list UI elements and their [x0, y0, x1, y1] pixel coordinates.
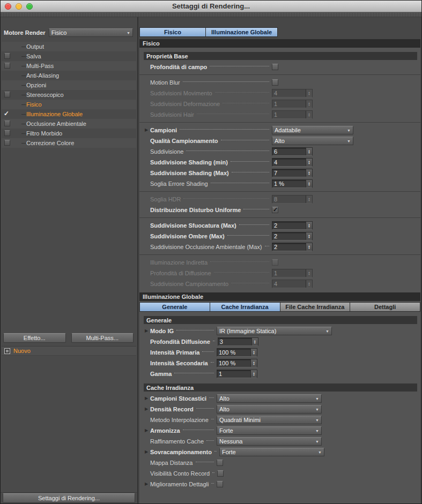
effect-button[interactable]: Effetto...	[3, 333, 66, 343]
stepper-arrows-icon[interactable]: ▲▼	[306, 148, 312, 155]
dropdown-raffinamento-cache[interactable]: Nessuna▼	[217, 437, 322, 446]
minimize-button[interactable]	[16, 3, 22, 10]
number-input[interactable]: 100 %▲▼	[217, 348, 257, 357]
zoom-button[interactable]	[26, 3, 33, 10]
dropdown-qualit-campionamento[interactable]: Alto▼	[272, 137, 353, 145]
number-input[interactable]: 2▲▼	[272, 221, 313, 230]
number-value: 1	[272, 111, 306, 118]
enable-checkbox[interactable]	[4, 92, 10, 97]
disclosure-triangle-icon[interactable]: ▶	[145, 428, 150, 433]
sidebar-item-label: Opzioni	[26, 82, 46, 88]
stepper-down-icon: ▼	[308, 93, 310, 95]
stepper-arrows-icon[interactable]: ▲▼	[306, 243, 312, 251]
stepper-arrows-icon: ▲▼	[306, 111, 312, 118]
stepper-arrows-icon[interactable]: ▲▼	[251, 338, 258, 345]
section-header-illuminazione-globale: Illuminazione Globale	[139, 292, 420, 301]
dropdown-campioni-stocastici[interactable]: Alto▼	[217, 394, 322, 403]
stepper-arrows-icon[interactable]: ▲▼	[306, 169, 312, 177]
group-header-cache-irradianza: Cache Irradianza	[144, 383, 417, 392]
sidebar-item-label: Filtro Morbido	[26, 130, 62, 137]
sidebar-item-salva[interactable]: Salva	[2, 51, 136, 61]
tab-dettagli[interactable]: Dettagli	[350, 302, 420, 312]
enable-checkbox[interactable]	[4, 121, 10, 126]
sidebar-item-correzione-colore[interactable]: Correzione Colore	[2, 138, 136, 148]
checkbox[interactable]	[217, 481, 223, 487]
sidebar-item-multi-pass[interactable]: Multi-Pass	[2, 61, 136, 71]
chevron-down-icon: ▼	[315, 418, 319, 422]
tab-cache-irradianza[interactable]: Cache Irradianza	[210, 302, 280, 312]
checkbox[interactable]	[272, 64, 278, 70]
sidebar-item-anti-aliasing[interactable]: Anti-Aliasing	[2, 71, 136, 80]
stepper-down-icon: ▼	[308, 199, 310, 201]
tab-generale[interactable]: Generale	[139, 302, 210, 312]
dotted-leader	[213, 341, 215, 341]
dropdown-sovracampionamento[interactable]: Forte▼	[219, 448, 324, 456]
number-input[interactable]: 1▲▼	[217, 370, 257, 378]
sidebar-item-output[interactable]: Output	[2, 42, 136, 51]
disclosure-triangle-icon[interactable]: ▶	[145, 127, 150, 133]
chevron-down-icon: ▼	[315, 408, 319, 411]
stepper-arrows-icon[interactable]: ▲▼	[306, 222, 312, 229]
sidebar-item-opzioni[interactable]: Opzioni	[2, 80, 136, 90]
sidebar-item-fisico[interactable]: Fisico	[2, 100, 136, 109]
close-button[interactable]	[5, 3, 11, 10]
dropdown-value: IR (Immagine Statica)	[219, 328, 324, 334]
number-input[interactable]: 100 %▲▼	[217, 359, 257, 367]
tab-file-cache-irradianza[interactable]: File Cache Irradianza	[280, 302, 351, 312]
sidebar-item-occlusione-ambientale[interactable]: Occlusione Ambientale	[2, 119, 136, 129]
number-input[interactable]: 2▲▼	[272, 232, 313, 240]
enable-checkbox[interactable]	[4, 53, 10, 59]
number-input[interactable]: 4▲▼	[272, 158, 313, 167]
control-cell	[217, 460, 416, 466]
sidebar-item-filtro-morbido[interactable]: Filtro Morbido	[2, 129, 136, 138]
disclosure-triangle-icon[interactable]: ▶	[145, 407, 150, 412]
number-input[interactable]: 3▲▼	[218, 337, 258, 346]
disclosure-triangle-icon[interactable]: ▶	[145, 482, 150, 487]
setting-row-visibilit-conto-record: Visibilità Conto Record	[139, 468, 420, 479]
enable-checkbox[interactable]	[4, 140, 10, 146]
number-value: 1 %	[272, 180, 306, 187]
tab-illuminazione-globale[interactable]: Illuminazione Globale	[206, 27, 278, 37]
number-input[interactable]: 2▲▼	[272, 243, 313, 251]
dropdown-value: Alto	[219, 406, 314, 412]
setting-label: Suddivisioni Movimento	[150, 90, 212, 96]
number-input[interactable]: 1 %▲▼	[272, 179, 313, 188]
sidebar-item-stereoscopico[interactable]: Stereoscopico	[2, 90, 136, 100]
multipass-button[interactable]: Multi-Pass...	[71, 333, 134, 343]
sidebar-item-illuminazione-globale[interactable]: ✓Illuminazione Globale	[2, 109, 136, 119]
toolbar-grip[interactable]	[1, 13, 421, 17]
stepper-arrows-icon[interactable]: ▲▼	[250, 349, 257, 356]
number-input[interactable]: 6▲▼	[272, 147, 313, 156]
checkbox[interactable]	[217, 470, 224, 477]
titlebar[interactable]: Settaggi di Rendering...	[1, 1, 421, 12]
render-settings-button[interactable]: Settaggi di Rendering...	[3, 493, 135, 503]
disclosure-triangle-icon[interactable]: ▶	[145, 449, 150, 455]
group-separator	[139, 74, 420, 75]
dropdown-metodo-interpolazione[interactable]: Quadrati Minimi▼	[217, 416, 322, 424]
dotted-leader	[243, 209, 269, 209]
disclosure-triangle-icon[interactable]: ▶	[145, 396, 150, 401]
stepper-arrows-icon[interactable]: ▲▼	[306, 232, 312, 240]
number-input[interactable]: 7▲▼	[272, 169, 313, 177]
stepper-arrows-icon[interactable]: ▲▼	[306, 159, 312, 166]
tab-fisico[interactable]: Fisico	[139, 27, 206, 37]
control-cell	[217, 481, 416, 487]
enable-checkbox[interactable]	[4, 63, 10, 69]
check-icon[interactable]: ✓	[4, 110, 9, 117]
engine-dropdown[interactable]: Fisico ▼	[49, 28, 133, 37]
dropdown-modo-ig[interactable]: IR (Immagine Statica)▼	[217, 327, 332, 335]
checkbox[interactable]	[217, 460, 223, 466]
stepper-arrows-icon[interactable]: ▲▼	[306, 180, 312, 187]
checkbox[interactable]	[272, 207, 278, 213]
stepper-arrows-icon[interactable]: ▲▼	[250, 359, 257, 367]
dropdown-armonizza[interactable]: Forte▼	[217, 426, 322, 435]
setting-row-soglia-hdr: Soglia HDR8▲▼	[139, 194, 420, 205]
disclosure-triangle-icon[interactable]: ▶	[145, 328, 150, 334]
stepper-arrows-icon[interactable]: ▲▼	[250, 370, 257, 378]
dropdown-campioni[interactable]: Adattabile▼	[272, 126, 353, 134]
preset-item-nuovo[interactable]: Nuovo	[2, 346, 136, 356]
checkbox[interactable]	[272, 79, 278, 86]
enable-checkbox[interactable]	[4, 130, 10, 136]
cache-rows: ▶Campioni StocasticiAlto▼▶Densità Record…	[139, 393, 420, 490]
dropdown-densit-record[interactable]: Alto▼	[217, 405, 322, 413]
